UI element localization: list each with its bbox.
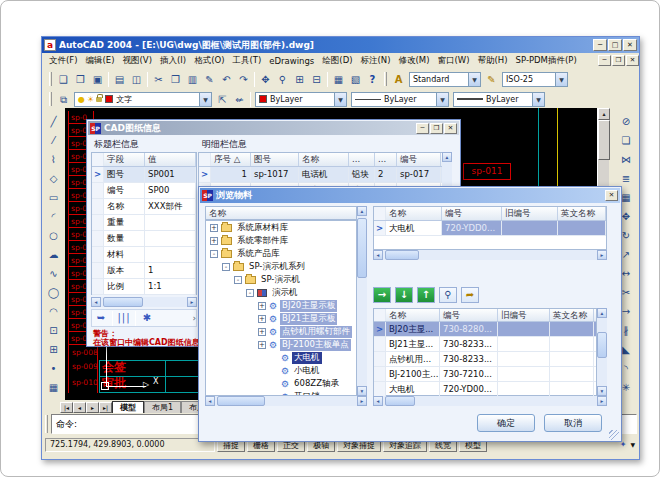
pan-icon[interactable]: ✥ bbox=[257, 71, 274, 88]
menu-tools[interactable]: 工具(T) bbox=[228, 54, 265, 68]
circle-icon[interactable]: ○ bbox=[45, 227, 62, 244]
hatch-icon[interactable]: ▦ bbox=[45, 379, 62, 396]
scroll-left-icon[interactable]: ◂ bbox=[373, 396, 383, 406]
maximize-button[interactable]: □ bbox=[608, 39, 622, 51]
scroll-right-icon[interactable]: ▸ bbox=[597, 396, 607, 406]
col-english-name[interactable]: 英文名称 bbox=[558, 207, 606, 220]
lineweight-combo[interactable]: ByLayer ▼ bbox=[453, 92, 545, 107]
table-row[interactable]: 重量 bbox=[92, 215, 196, 231]
cad-info-dialog-titlebar[interactable]: SP CAD图纸信息 ─ ❐ ✕ bbox=[88, 121, 459, 135]
scroll-down-icon[interactable]: ▾ bbox=[357, 386, 367, 396]
tree-item-bj2100-board[interactable]: + ⚙ BJ-2100主板单点 bbox=[206, 338, 356, 351]
construction-line-icon[interactable]: ⁄ bbox=[45, 132, 62, 149]
scroll-right-icon[interactable]: ▸ bbox=[597, 250, 607, 260]
tree-item-screw-part[interactable]: + ⚙ 点钞机用螺钉部件 bbox=[206, 325, 356, 338]
expand-icon[interactable]: + bbox=[258, 328, 266, 336]
doc-minimize-button[interactable]: ─ bbox=[598, 55, 611, 66]
tree-item-bearing[interactable]: ⚙ 608ZZ轴承 bbox=[206, 377, 356, 390]
table-row[interactable]: 名称 XXX部件 bbox=[92, 199, 196, 215]
tree-item-bj20-board[interactable]: + ⚙ BJ20主显示板 bbox=[206, 299, 356, 312]
menu-file[interactable]: 文件(F) bbox=[45, 54, 82, 68]
cut-icon[interactable]: ✂ bbox=[150, 71, 167, 88]
layer-previous-icon[interactable]: ⇍ bbox=[231, 91, 248, 108]
toolbar-grip[interactable] bbox=[49, 72, 52, 86]
zoom-realtime-icon[interactable]: ⚲ bbox=[274, 71, 291, 88]
col-dots2[interactable]: ... bbox=[375, 153, 397, 166]
scroll-thumb[interactable] bbox=[385, 396, 415, 406]
layers-dialog-icon[interactable]: ⧉ bbox=[55, 91, 72, 108]
plot-preview-icon[interactable]: ◫ bbox=[128, 71, 145, 88]
scroll-thumb[interactable] bbox=[217, 396, 265, 406]
scroll-thumb[interactable] bbox=[598, 120, 610, 160]
layer-lock-icon[interactable] bbox=[96, 97, 102, 102]
tree-item-raw-material-lib[interactable]: + 系统原材料库 bbox=[206, 221, 356, 234]
scroll-down-icon[interactable]: ▾ bbox=[597, 386, 607, 396]
properties-icon[interactable]: ▧ bbox=[347, 71, 364, 88]
rectangle-icon[interactable]: ▭ bbox=[45, 189, 62, 206]
tab-prev-button[interactable]: ◂ bbox=[73, 402, 86, 413]
tree-item-product-lib[interactable]: - 系统产品库 bbox=[206, 247, 356, 260]
expand-icon[interactable]: + bbox=[210, 224, 218, 232]
app-titlebar[interactable]: a AutoCAD 2004 - [E:\UG\dwg\图框\测试用图(部件).… bbox=[42, 37, 639, 53]
col-dots1[interactable]: ... bbox=[349, 153, 375, 166]
table-row[interactable]: > 图号 SP001 bbox=[92, 167, 196, 183]
col-english-name[interactable]: 英文名称 bbox=[550, 309, 594, 321]
table-row[interactable]: 数量 bbox=[92, 231, 196, 247]
ok-button[interactable]: 确定 bbox=[477, 414, 535, 432]
layer-on-bulb-icon[interactable]: ● bbox=[78, 95, 85, 104]
menu-format[interactable]: 格式(O) bbox=[190, 54, 228, 68]
ellipse-icon[interactable]: ◯ bbox=[45, 284, 62, 301]
offset-icon[interactable]: ≣ bbox=[618, 170, 635, 187]
list-vscrollbar[interactable]: ▴ ▾ bbox=[597, 308, 607, 396]
menu-modify[interactable]: 修改(M) bbox=[395, 54, 434, 68]
menu-draw[interactable]: 绘图(D) bbox=[318, 54, 356, 68]
tab-first-button[interactable]: |◂ bbox=[60, 402, 73, 413]
table-row[interactable]: > 1 sp-1017 电话机 铝块 2 sp-017 bbox=[199, 167, 451, 183]
polygon-icon[interactable]: ◇ bbox=[45, 170, 62, 187]
line-icon[interactable]: ╱ bbox=[45, 113, 62, 130]
doc-close-button[interactable]: ✕ bbox=[626, 55, 639, 66]
command-window-grip[interactable] bbox=[45, 415, 48, 433]
scroll-left-icon[interactable]: ◂ bbox=[205, 396, 215, 406]
layer-freeze-sun-icon[interactable]: ☀ bbox=[87, 95, 94, 104]
col-old-code[interactable]: 旧编号 bbox=[502, 207, 558, 220]
tab-model[interactable]: 模型 bbox=[112, 401, 144, 413]
tree-item-bj21-board[interactable]: + ⚙ BJ21主显示板 bbox=[206, 312, 356, 325]
chevron-down-icon[interactable]: ▼ bbox=[436, 93, 448, 106]
transfer-icon[interactable]: ➦ bbox=[461, 287, 479, 303]
menu-edrawings[interactable]: eDrawings bbox=[265, 55, 318, 67]
dialog-restore-button[interactable]: ❐ bbox=[430, 123, 443, 134]
dialog-close-button[interactable]: ✕ bbox=[444, 123, 457, 134]
scroll-up-icon[interactable]: ▴ bbox=[357, 206, 367, 216]
scroll-right-icon[interactable]: ▸ bbox=[187, 297, 197, 307]
collapse-icon[interactable]: - bbox=[210, 250, 218, 258]
mirror-icon[interactable]: ⋈ bbox=[618, 151, 635, 168]
tab-next-button[interactable]: ▸ bbox=[86, 402, 99, 413]
color-combo[interactable]: ByLayer ▼ bbox=[255, 92, 347, 107]
chevron-down-icon[interactable]: ▼ bbox=[334, 93, 346, 106]
scroll-left-icon[interactable]: ◂ bbox=[91, 297, 101, 307]
scroll-up-icon[interactable]: ▴ bbox=[598, 108, 610, 120]
col-field[interactable]: 字段 bbox=[104, 153, 145, 166]
table-row[interactable]: > BJ20主显... 730-8280... bbox=[374, 322, 596, 337]
table-row[interactable]: 比例 1:1 bbox=[92, 279, 196, 295]
tree-item-big-motor[interactable]: ⚙ 大电机 bbox=[206, 351, 356, 364]
menu-dimension[interactable]: 标注(N) bbox=[357, 54, 395, 68]
tree-item-sp-demo-machine[interactable]: - SP-演示机 bbox=[206, 273, 356, 286]
point-icon[interactable]: • bbox=[45, 360, 62, 377]
cancel-button[interactable]: 取消 bbox=[544, 414, 602, 432]
col-code[interactable]: 编号 bbox=[440, 309, 498, 321]
col-code[interactable]: 编号 bbox=[397, 153, 441, 166]
table-row[interactable]: 点钞机用... 730-8233... bbox=[374, 352, 596, 367]
copy-object-icon[interactable]: ❏ bbox=[618, 132, 635, 149]
col-old-code[interactable]: 旧编号 bbox=[498, 309, 550, 321]
paste-icon[interactable]: ▥ bbox=[184, 71, 201, 88]
tree-item-demo-machine[interactable]: - 演示机 bbox=[206, 286, 356, 299]
linetype-combo[interactable]: ByLayer ▼ bbox=[351, 92, 449, 107]
columns-icon[interactable]: ||| bbox=[115, 310, 133, 326]
menu-view[interactable]: 视图(V) bbox=[119, 54, 156, 68]
new-icon[interactable]: ❑ bbox=[55, 71, 72, 88]
chevron-down-icon[interactable]: ▼ bbox=[468, 73, 480, 86]
insert-block-icon[interactable]: ⊡ bbox=[45, 322, 62, 339]
chevron-down-icon[interactable]: ▼ bbox=[555, 73, 567, 86]
